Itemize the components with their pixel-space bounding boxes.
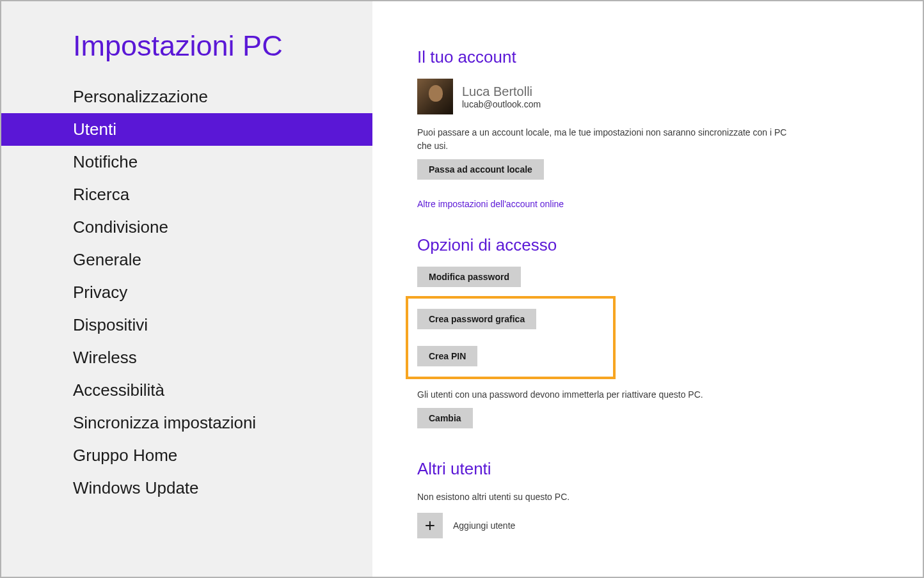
wake-desc: Gli utenti con una password devono immet… bbox=[417, 388, 801, 402]
nav-item-privacy[interactable]: Privacy bbox=[1, 276, 372, 309]
create-picture-password-button[interactable]: Crea password grafica bbox=[417, 309, 536, 329]
account-desc: Puoi passare a un account locale, ma le … bbox=[417, 126, 801, 153]
add-user-label: Aggiungi utente bbox=[453, 520, 515, 531]
no-other-users-text: Non esistono altri utenti su questo PC. bbox=[417, 490, 801, 504]
nav-list: Personalizzazione Utenti Notifiche Ricer… bbox=[1, 81, 372, 504]
sidebar-title: Impostazioni PC bbox=[1, 29, 372, 81]
avatar bbox=[417, 79, 453, 114]
nav-item-notifications[interactable]: Notifiche bbox=[1, 146, 372, 178]
account-info: Luca Bertolli lucab@outlook.com bbox=[462, 84, 541, 109]
other-users-section: Altri utenti Non esistono altri utenti s… bbox=[417, 459, 884, 538]
account-section: Il tuo account Luca Bertolli lucab@outlo… bbox=[417, 47, 884, 210]
add-user-button[interactable]: + bbox=[417, 513, 443, 538]
switch-local-account-button[interactable]: Passa ad account locale bbox=[417, 159, 544, 180]
nav-item-users[interactable]: Utenti bbox=[1, 113, 372, 146]
nav-item-search[interactable]: Ricerca bbox=[1, 178, 372, 211]
nav-item-sync[interactable]: Sincronizza impostazioni bbox=[1, 407, 372, 439]
account-name: Luca Bertolli bbox=[462, 84, 541, 99]
nav-item-general[interactable]: Generale bbox=[1, 244, 372, 276]
nav-item-homegroup[interactable]: Gruppo Home bbox=[1, 439, 372, 472]
change-password-button[interactable]: Modifica password bbox=[417, 267, 521, 287]
change-wake-button[interactable]: Cambia bbox=[417, 408, 473, 428]
settings-sidebar: Impostazioni PC Personalizzazione Utenti… bbox=[1, 1, 372, 577]
nav-item-accessibility[interactable]: Accessibilità bbox=[1, 374, 372, 407]
signin-section-title: Opzioni di accesso bbox=[417, 235, 884, 255]
nav-item-share[interactable]: Condivisione bbox=[1, 211, 372, 244]
add-user-row: + Aggiungi utente bbox=[417, 513, 884, 538]
highlight-box: Crea password grafica Crea PIN bbox=[406, 296, 616, 379]
nav-item-personalize[interactable]: Personalizzazione bbox=[1, 81, 372, 113]
other-users-title: Altri utenti bbox=[417, 459, 884, 479]
signin-options-section: Opzioni di accesso Modifica password Cre… bbox=[417, 235, 884, 434]
nav-item-windows-update[interactable]: Windows Update bbox=[1, 472, 372, 504]
account-row: Luca Bertolli lucab@outlook.com bbox=[417, 79, 884, 114]
plus-icon: + bbox=[425, 515, 435, 536]
account-section-title: Il tuo account bbox=[417, 47, 884, 67]
create-pin-button[interactable]: Crea PIN bbox=[417, 346, 477, 366]
content-pane: Il tuo account Luca Bertolli lucab@outlo… bbox=[372, 1, 923, 577]
nav-item-devices[interactable]: Dispositivi bbox=[1, 309, 372, 341]
nav-item-wireless[interactable]: Wireless bbox=[1, 341, 372, 374]
account-email: lucab@outlook.com bbox=[462, 99, 541, 109]
online-account-settings-link[interactable]: Altre impostazioni dell'account online bbox=[417, 199, 564, 209]
